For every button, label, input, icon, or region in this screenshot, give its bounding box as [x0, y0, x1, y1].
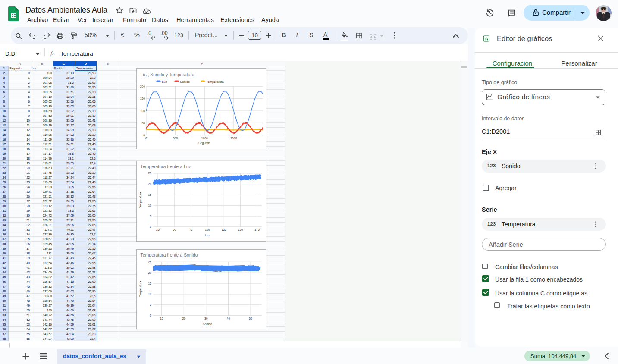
svg-text:Segundo: Segundo: [198, 141, 210, 145]
svg-text:125: 125: [221, 228, 226, 231]
svg-text:Temperatura frente a Sonido: Temperatura frente a Sonido: [140, 252, 198, 257]
svg-text:Temperatura: Temperatura: [206, 80, 223, 84]
svg-text:50: 50: [249, 317, 252, 320]
svg-text:Luz: Luz: [162, 80, 167, 84]
svg-text:150: 150: [238, 228, 243, 231]
svg-text:10: 10: [148, 204, 151, 207]
svg-text:50: 50: [141, 122, 145, 125]
svg-text:20: 20: [148, 271, 151, 274]
svg-text:0: 0: [150, 225, 151, 228]
svg-text:5: 5: [150, 214, 151, 217]
svg-text:1000: 1000: [201, 137, 207, 140]
svg-text:200: 200: [140, 85, 145, 88]
svg-text:Sonido: Sonido: [180, 80, 189, 84]
svg-text:40: 40: [226, 317, 230, 320]
svg-text:25: 25: [148, 172, 151, 175]
svg-text:Luz: Luz: [205, 233, 210, 236]
svg-text:150: 150: [140, 97, 145, 100]
svg-text:25: 25: [156, 228, 160, 231]
svg-text:15: 15: [148, 282, 151, 285]
svg-text:30: 30: [204, 317, 208, 320]
svg-text:10: 10: [160, 317, 163, 320]
svg-text:15: 15: [148, 193, 151, 196]
svg-text:5: 5: [150, 303, 151, 306]
svg-text:0: 0: [145, 137, 147, 140]
svg-text:1500: 1500: [230, 137, 237, 140]
svg-text:Temperatura frente a Luz: Temperatura frente a Luz: [140, 164, 191, 169]
svg-text:175: 175: [254, 228, 260, 231]
svg-text:0: 0: [143, 134, 145, 137]
svg-text:Luz, Sonido y Temperatura: Luz, Sonido y Temperatura: [140, 72, 194, 77]
svg-text:100: 100: [205, 228, 210, 231]
svg-text:Temperatura: Temperatura: [139, 192, 142, 208]
svg-text:50: 50: [173, 228, 176, 231]
svg-text:Sonido: Sonido: [203, 322, 212, 325]
svg-text:500: 500: [173, 137, 178, 140]
svg-text:0: 0: [150, 314, 151, 317]
svg-text:75: 75: [189, 228, 192, 231]
svg-text:Temperatura: Temperatura: [139, 281, 142, 297]
svg-text:100: 100: [140, 110, 145, 113]
svg-text:25: 25: [148, 260, 151, 263]
svg-text:20: 20: [182, 317, 185, 320]
svg-text:20: 20: [148, 182, 151, 185]
svg-text:10: 10: [148, 292, 151, 295]
